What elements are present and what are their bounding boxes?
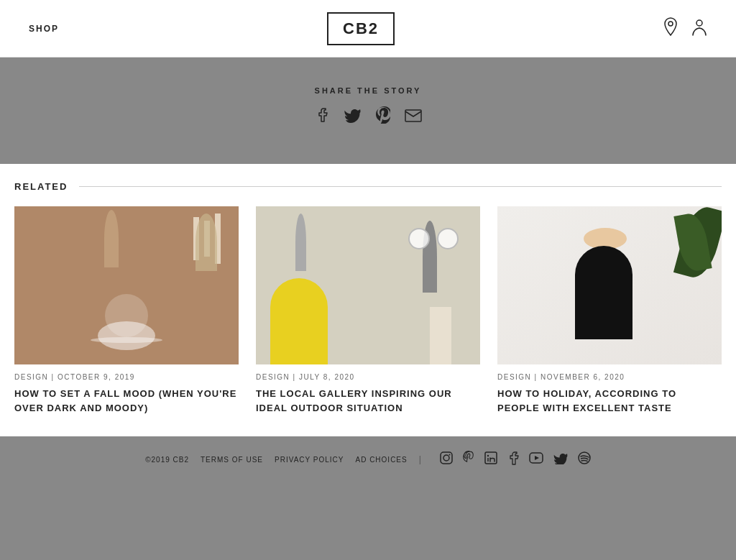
svg-point-1 <box>696 20 702 26</box>
svg-point-0 <box>668 22 673 26</box>
related-section-title: RELATED <box>14 181 68 192</box>
footer-center: ©2019 CB2 TERMS OF USE PRIVACY POLICY AD… <box>29 451 707 468</box>
footer-ad-choices-link[interactable]: AD CHOICES <box>355 456 407 464</box>
email-share-icon[interactable] <box>405 108 422 127</box>
card-1-meta: DESIGN | OCTOBER 9, 2019 <box>14 373 239 381</box>
spotify-footer-icon[interactable] <box>578 451 591 467</box>
svg-point-4 <box>443 455 449 461</box>
linkedin-footer-icon[interactable] <box>484 451 497 467</box>
header: SHOP CB2 <box>0 0 736 58</box>
share-label: SHARE THE STORY <box>315 86 422 95</box>
related-card-image-1 <box>14 206 239 364</box>
related-card-1[interactable]: DESIGN | OCTOBER 9, 2019 HOW TO SET A FA… <box>14 206 239 415</box>
card-2-meta: DESIGN | JULY 8, 2020 <box>256 373 480 381</box>
related-divider <box>79 186 722 187</box>
card-2-title: THE LOCAL GALLERY INSPIRING OUR IDEAL OU… <box>256 387 480 415</box>
svg-point-5 <box>448 454 450 456</box>
facebook-footer-icon[interactable] <box>507 451 519 468</box>
share-icons <box>314 106 422 128</box>
header-icons <box>663 17 707 40</box>
card-3-meta: DESIGN | NOVEMBER 6, 2020 <box>497 373 722 381</box>
twitter-share-icon[interactable] <box>344 107 362 127</box>
facebook-share-icon[interactable] <box>314 107 330 127</box>
related-card-image-3 <box>497 206 722 364</box>
related-card-3[interactable]: DESIGN | NOVEMBER 6, 2020 HOW TO HOLIDAY… <box>497 206 722 415</box>
footer-terms-link[interactable]: TERMS OF USE <box>201 456 263 464</box>
logo[interactable]: CB2 <box>327 12 395 45</box>
twitter-footer-icon[interactable] <box>553 451 568 467</box>
related-section: RELATED DESIGN | OCTOBER 9, 2019 HOW TO … <box>0 164 736 436</box>
svg-rect-2 <box>405 110 421 121</box>
card-1-title: HOW TO SET A FALL MOOD (WHEN YOU'RE OVER… <box>14 387 239 415</box>
related-card-2[interactable]: DESIGN | JULY 8, 2020 THE LOCAL GALLERY … <box>256 206 480 415</box>
card-3-title: HOW TO HOLIDAY, ACCORDING TO PEOPLE WITH… <box>497 387 722 415</box>
related-grid: DESIGN | OCTOBER 9, 2019 HOW TO SET A FA… <box>14 206 722 415</box>
footer: ©2019 CB2 TERMS OF USE PRIVACY POLICY AD… <box>0 436 736 482</box>
footer-divider: | <box>419 454 421 464</box>
related-card-image-2 <box>256 206 480 364</box>
svg-rect-3 <box>441 452 452 464</box>
instagram-footer-icon[interactable] <box>440 451 453 467</box>
youtube-footer-icon[interactable] <box>529 452 543 467</box>
svg-point-7 <box>487 455 489 456</box>
svg-rect-6 <box>485 452 497 464</box>
footer-privacy-link[interactable]: PRIVACY POLICY <box>275 456 344 464</box>
pinterest-share-icon[interactable] <box>376 106 390 128</box>
location-icon[interactable] <box>663 17 678 40</box>
related-header: RELATED <box>14 181 722 192</box>
gray-section: SHARE THE STORY <box>0 58 736 164</box>
footer-social-icons <box>440 451 591 468</box>
account-icon[interactable] <box>691 17 707 40</box>
shop-nav-link[interactable]: SHOP <box>29 24 59 34</box>
footer-copyright: ©2019 CB2 <box>145 456 189 464</box>
pinterest-footer-icon[interactable] <box>463 451 474 468</box>
